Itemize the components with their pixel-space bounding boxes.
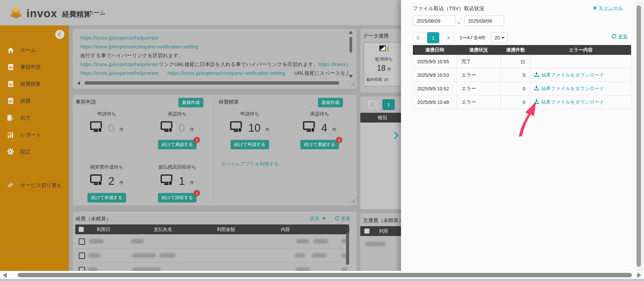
prev-page-button[interactable]: [413, 32, 425, 43]
drawer-title: ファイル取込（TSV）取込状況: [413, 5, 484, 12]
stat-label: 申請待ち: [73, 111, 141, 117]
sidebar-item-pre-application[interactable]: 事前申請: [0, 59, 69, 75]
column-header: 利用金額: [217, 226, 235, 233]
add-button[interactable]: 追加: [310, 216, 326, 222]
prev-page-button[interactable]: [367, 99, 380, 110]
page-1-button[interactable]: 1: [427, 32, 439, 43]
document-icon: [7, 98, 14, 104]
scroll-up-arrow-icon[interactable]: [346, 227, 350, 230]
date-from-input[interactable]: [413, 16, 456, 26]
download-result-link[interactable]: 結果ファイルをダウンロード: [534, 99, 604, 105]
continue-approve-button[interactable]: 続けて承認する: [300, 140, 339, 149]
notification-setting-link[interactable]: https://invox.jp/expense/company-notific…: [167, 70, 285, 76]
sidebar-item-home[interactable]: ホーム: [0, 42, 69, 59]
header-checkbox[interactable]: [364, 229, 369, 234]
column-header: 利用日: [97, 226, 110, 233]
mobile-app-link[interactable]: モバイルアプリを利用する: [221, 161, 279, 167]
chevron-left-icon: [417, 35, 421, 40]
type-table-header: 種別: [360, 113, 404, 123]
horizontal-scrollbar[interactable]: [0, 271, 644, 279]
date-to-input[interactable]: [464, 16, 504, 26]
chevron-left-icon: [58, 32, 63, 37]
row-checkbox[interactable]: [79, 253, 85, 259]
cell-status: エラー: [457, 68, 501, 82]
scroll-down-arrow-icon[interactable]: [349, 75, 353, 78]
sidebar-item-service-switch[interactable]: サービス切り替え: [0, 177, 69, 194]
sidebar-item-label: 事前申請: [20, 64, 41, 70]
sidebar-item-expense[interactable]: 経費: [0, 92, 69, 109]
resize-grip-icon[interactable]: [351, 198, 355, 204]
sidebar-item-label: 経費精算: [20, 81, 41, 87]
pre-application-title: 事前申請: [76, 99, 96, 105]
vertical-scrollbar-thumb[interactable]: [637, 5, 641, 267]
scroll-right-arrow-icon[interactable]: [637, 273, 641, 278]
download-result-link[interactable]: 結果ファイルをダウンロード: [534, 72, 604, 78]
drawer-toggle-chevron[interactable]: [394, 131, 399, 141]
pre-application-new-button[interactable]: 新規作成: [178, 98, 203, 107]
table-row[interactable]: [75, 234, 349, 248]
notification-setting-link[interactable]: https://invox.jp/expense/company-notific…: [80, 44, 198, 49]
pagination: 1 1〜4 / 全4件 20: [413, 32, 507, 43]
help-link[interactable]: https://invox.jp/expense/helpcenter: [80, 61, 159, 67]
notice-text: リンクURL後尾に日本語を入れる事でハイパーリンクを区切れます。: [159, 61, 318, 67]
sidebar-item-expense-settlement[interactable]: 経費精算: [0, 75, 69, 92]
stat-count: 1: [179, 175, 185, 188]
settlement-new-button[interactable]: 新規作成: [318, 98, 343, 107]
table-row: 2025/9/9 10:53 エラー 0 結果ファイルをダウンロード: [413, 68, 631, 82]
close-icon: [593, 5, 597, 11]
notification-badge: 1: [194, 137, 200, 143]
resize-grip-icon[interactable]: [351, 81, 355, 87]
vertical-scrollbar-thumb[interactable]: [349, 37, 352, 52]
sidebar: ホーム 事前申請 経費精算 経費 出力: [0, 25, 69, 281]
column-header: 連携状況: [457, 47, 501, 53]
header-checkbox[interactable]: [79, 227, 84, 232]
pagination-range-text: 1〜4 / 全4件: [460, 35, 486, 41]
document-icon: [7, 81, 14, 87]
cell-count: 0: [501, 82, 530, 95]
stat-unit: 件: [265, 127, 270, 134]
refresh-button[interactable]: 更新: [335, 216, 350, 222]
continue-create-button[interactable]: 続けて作成する: [87, 193, 126, 202]
help-link[interactable]: https://invox.jp/expense/helpcenter: [80, 35, 159, 41]
vertical-scrollbar-thumb[interactable]: [346, 233, 349, 265]
continue-approve-button[interactable]: 続けて承認する: [158, 140, 197, 149]
notice-lines: https://invox.jp/expense/helpcenter http…: [80, 34, 348, 78]
stat-unit: 件: [332, 127, 337, 134]
cell-error: 結果ファイルをダウンロード: [530, 99, 631, 105]
notice-text: 改行する事でハイパーリンクを区切れます。: [80, 52, 184, 58]
cell-datetime: 2025/9/9 10:55: [413, 55, 457, 68]
export-icon: [7, 114, 14, 121]
switch-arrows-icon: [7, 182, 14, 188]
vertical-scrollbar[interactable]: [636, 0, 644, 281]
table-row: 2025/9/9 10:55 完了 11: [413, 55, 631, 68]
monitor-mouse-icon: [230, 121, 243, 134]
horizontal-scrollbar-thumb[interactable]: [84, 81, 339, 85]
table-row[interactable]: [75, 248, 349, 263]
row-checkbox[interactable]: [79, 238, 85, 245]
page-1-button[interactable]: 1: [382, 99, 395, 110]
sidebar-item-settings[interactable]: 設定: [0, 143, 69, 160]
partial-link[interactable]: https://invox.jp/expense: [318, 61, 348, 67]
continue-recover-button[interactable]: 続けて回収する: [158, 193, 197, 202]
sidebar-collapse-button[interactable]: [55, 30, 64, 39]
scroll-up-arrow-icon[interactable]: [349, 31, 353, 34]
nav-home-tab[interactable]: ホーム: [88, 9, 105, 17]
download-result-link[interactable]: 結果ファイルをダウンロード: [534, 86, 604, 92]
refresh-button[interactable]: 更新: [611, 34, 628, 40]
stat-count: 2: [108, 175, 114, 188]
sidebar-item-report[interactable]: レポート: [0, 126, 69, 143]
cancel-button[interactable]: キャンセル: [593, 5, 623, 11]
transport-table-header: 利用: [360, 226, 404, 236]
continue-apply-button[interactable]: 続けて申請する: [230, 140, 269, 149]
help-link[interactable]: https://invox.jp/expense/helpcenter: [80, 70, 159, 76]
data-link-box: 処理待ち 18 件 最終同期: 20: [364, 42, 404, 86]
scroll-left-arrow-icon[interactable]: [3, 273, 7, 278]
page-size-select[interactable]: 20: [491, 33, 507, 43]
sidebar-item-label: サービス切り替え: [20, 182, 62, 189]
horizontal-scrollbar-thumb[interactable]: [18, 273, 632, 277]
import-table-header: 連携日時 連携状況 連携件数 エラー内容: [413, 45, 631, 55]
sidebar-item-export[interactable]: 出力: [0, 109, 69, 126]
sidebar-item-label: ホーム: [20, 47, 36, 53]
scroll-left-arrow-icon[interactable]: [77, 81, 80, 85]
next-page-button[interactable]: [441, 32, 454, 43]
